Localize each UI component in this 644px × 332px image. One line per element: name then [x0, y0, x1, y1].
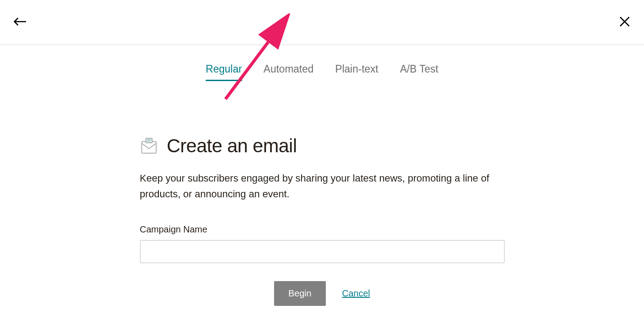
- header-bar: [0, 0, 644, 45]
- arrow-left-icon: [14, 16, 27, 27]
- email-icon: [140, 137, 158, 155]
- tab-regular[interactable]: Regular: [206, 63, 242, 81]
- tab-automated[interactable]: Automated: [264, 63, 314, 81]
- tab-ab-test[interactable]: A/B Test: [400, 63, 438, 81]
- content-container: Create an email Keep your subscribers en…: [131, 90, 513, 315]
- title-row: Create an email: [140, 135, 504, 157]
- tab-plain-text[interactable]: Plain-text: [335, 63, 378, 81]
- close-icon: [619, 16, 630, 27]
- close-button[interactable]: [619, 16, 630, 29]
- cancel-link[interactable]: Cancel: [342, 288, 370, 299]
- page-description: Keep your subscribers engaged by sharing…: [140, 170, 504, 202]
- campaign-name-input[interactable]: [140, 240, 504, 263]
- tabs-container: Regular Automated Plain-text A/B Test: [0, 45, 644, 90]
- campaign-name-label: Campaign Name: [140, 224, 504, 235]
- page-title: Create an email: [167, 135, 297, 157]
- button-row: Begin Cancel: [140, 281, 504, 306]
- back-button[interactable]: [14, 16, 27, 29]
- begin-button[interactable]: Begin: [274, 281, 326, 306]
- svg-rect-6: [146, 138, 152, 143]
